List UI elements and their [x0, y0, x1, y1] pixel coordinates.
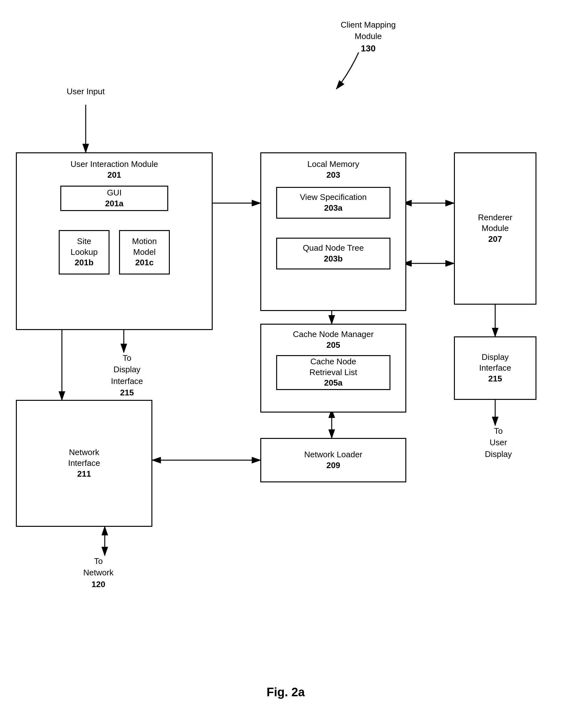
network-loader-id: 209: [326, 460, 340, 471]
quad-node-box: Quad Node Tree 203b: [276, 238, 390, 270]
display-interface-title: DisplayInterface: [479, 352, 511, 373]
network-loader-box: Network Loader 209: [260, 438, 406, 482]
display-interface-box: DisplayInterface 215: [454, 337, 537, 400]
gui-id: 201a: [105, 198, 124, 209]
local-memory-box: Local Memory 203 View Specification 203a…: [260, 152, 406, 311]
fig-label: Fig. 2a: [222, 685, 349, 699]
motion-model-title: MotionModel: [132, 236, 157, 258]
renderer-id: 207: [488, 234, 502, 245]
diagram: Client Mapping Module 130 User Input Use…: [0, 0, 572, 728]
motion-model-box: MotionModel 201c: [119, 230, 170, 275]
renderer-title: RendererModule: [478, 212, 512, 234]
gui-box: GUI 201a: [60, 186, 168, 211]
site-lookup-box: SiteLookup 201b: [59, 230, 110, 275]
cache-manager-title: Cache Node Manager: [293, 329, 374, 340]
to-display-label: To Display Interface 215: [95, 352, 159, 398]
renderer-module-box: RendererModule 207: [454, 152, 537, 305]
display-interface-id: 215: [488, 373, 502, 384]
cache-retrieval-box: Cache NodeRetrieval List 205a: [276, 355, 390, 390]
network-interface-box: NetworkInterface 211: [16, 400, 152, 527]
view-spec-box: View Specification 203a: [276, 187, 390, 219]
to-user-display-label: To User Display: [470, 425, 527, 460]
to-network-label: To Network 120: [67, 555, 130, 590]
quad-node-title: Quad Node Tree: [303, 243, 364, 253]
network-loader-title: Network Loader: [304, 449, 362, 460]
gui-title: GUI: [107, 188, 122, 198]
network-interface-id: 211: [77, 469, 91, 480]
local-memory-id: 203: [326, 170, 340, 180]
user-interaction-module-box: User Interaction Module 201 GUI 201a Sit…: [16, 152, 213, 330]
network-interface-title: NetworkInterface: [68, 447, 100, 469]
user-input-label: User Input: [59, 86, 113, 97]
user-interaction-id: 201: [107, 170, 121, 180]
cache-retrieval-title: Cache NodeRetrieval List: [309, 356, 357, 378]
client-mapping-label: Client Mapping Module 130: [333, 19, 403, 55]
motion-model-id: 201c: [135, 258, 154, 268]
view-spec-id: 203a: [324, 203, 343, 214]
view-spec-title: View Specification: [300, 192, 367, 203]
user-interaction-title: User Interaction Module: [70, 159, 158, 170]
cache-retrieval-id: 205a: [324, 378, 343, 388]
local-memory-title: Local Memory: [307, 159, 359, 170]
site-lookup-id: 201b: [75, 258, 93, 268]
site-lookup-title: SiteLookup: [70, 236, 97, 258]
quad-node-id: 203b: [324, 253, 343, 264]
cache-manager-id: 205: [326, 340, 340, 351]
cache-node-manager-box: Cache Node Manager 205 Cache NodeRetriev…: [260, 324, 406, 413]
